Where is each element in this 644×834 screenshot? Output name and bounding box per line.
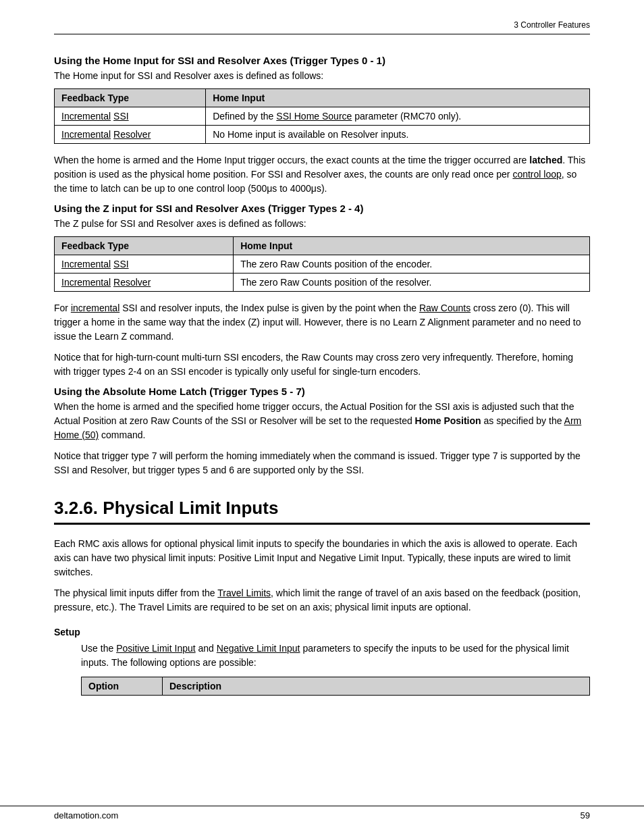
section1-col2-header: Home Input xyxy=(206,89,590,107)
setup-col2-header: Description xyxy=(163,677,590,696)
table-row: Incremental Resolver The zero Raw Counts… xyxy=(55,273,590,292)
section1-table: Feedback Type Home Input Incremental SSI… xyxy=(54,88,590,144)
main-para2: The physical limit inputs differ from th… xyxy=(54,586,590,615)
main-para1: Each RMC axis allows for optional physic… xyxy=(54,537,590,579)
section2-title: Using the Z input for SSI and Resolver A… xyxy=(54,203,590,214)
setup-title: Setup xyxy=(54,627,590,637)
table-row: Incremental SSI The zero Raw Counts posi… xyxy=(55,255,590,273)
section3-para2: Notice that trigger type 7 will perform … xyxy=(54,449,590,477)
section1-col1-header: Feedback Type xyxy=(55,89,206,107)
main-section-number: 3.2.6. xyxy=(54,498,98,518)
footer-right: 59 xyxy=(581,810,590,820)
table-cell: The zero Raw Counts position of the reso… xyxy=(234,273,590,292)
section3-para1: When the home is armed and the specified… xyxy=(54,400,590,442)
section1-intro: The Home input for SSI and Resolver axes… xyxy=(54,69,590,83)
para2: For incremental SSI and resolver inputs,… xyxy=(54,301,590,344)
page-footer: deltamotion.com 59 xyxy=(0,806,644,820)
footer-left: deltamotion.com xyxy=(54,810,118,820)
table-cell: The zero Raw Counts position of the enco… xyxy=(234,255,590,273)
table-row: Incremental Resolver No Home input is av… xyxy=(55,126,590,144)
table-cell: Incremental Resolver xyxy=(55,126,206,144)
section3-title: Using the Absolute Home Latch (Trigger T… xyxy=(54,386,590,397)
table-cell: Defined by the SSI Home Source parameter… xyxy=(206,107,590,126)
setup-col1-header: Option xyxy=(82,677,163,696)
setup-table: Option Description xyxy=(81,677,590,696)
section2-col1-header: Feedback Type xyxy=(55,237,234,255)
table-cell: Incremental SSI xyxy=(55,255,234,273)
main-section-label: Physical Limit Inputs xyxy=(103,498,278,518)
setup-intro: Use the Positive Limit Input and Negativ… xyxy=(81,642,590,670)
section1-title: Using the Home Input for SSI and Resolve… xyxy=(54,55,590,66)
para3: Notice that for high-turn-count multi-tu… xyxy=(54,350,590,379)
section2-table: Feedback Type Home Input Incremental SSI… xyxy=(54,236,590,292)
table-cell: No Home input is available on Resolver i… xyxy=(206,126,590,144)
table-cell: Incremental SSI xyxy=(55,107,206,126)
para1: When the home is armed and the Home Inpu… xyxy=(54,153,590,196)
table-row: Incremental SSI Defined by the SSI Home … xyxy=(55,107,590,126)
page: 3 Controller Features Using the Home Inp… xyxy=(0,0,644,834)
section2-intro: The Z pulse for SSI and Resolver axes is… xyxy=(54,217,590,231)
table-cell: Incremental Resolver xyxy=(55,273,234,292)
header-label: 3 Controller Features xyxy=(514,20,590,30)
section2-col2-header: Home Input xyxy=(234,237,590,255)
main-section-title: 3.2.6. Physical Limit Inputs xyxy=(54,498,590,525)
page-header: 3 Controller Features xyxy=(54,20,590,34)
